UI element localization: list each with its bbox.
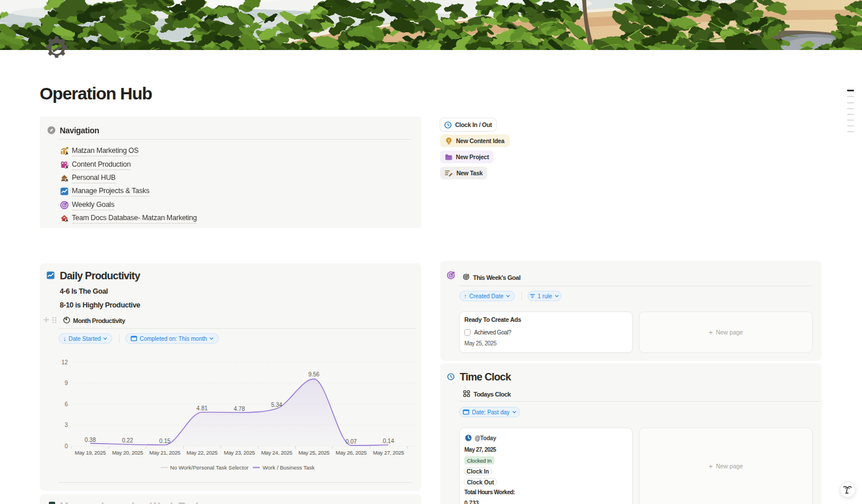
svg-text:May 25, 2025: May 25, 2025 [298, 449, 329, 456]
svg-text:0.14: 0.14 [383, 438, 394, 444]
svg-text:May 24, 2025: May 24, 2025 [261, 449, 292, 456]
svg-text:May 19, 2025: May 19, 2025 [75, 449, 106, 456]
svg-text:5.34: 5.34 [271, 402, 283, 408]
svg-text:May 23, 2025: May 23, 2025 [224, 449, 255, 456]
svg-text:3: 3 [64, 422, 68, 428]
svg-text:6: 6 [64, 401, 68, 407]
svg-text:9: 9 [64, 380, 68, 386]
svg-text:Work / Business Task: Work / Business Task [263, 464, 315, 471]
svg-text:0: 0 [64, 443, 68, 449]
svg-text:May 27, 2025: May 27, 2025 [373, 449, 404, 456]
svg-text:May 26, 2025: May 26, 2025 [336, 449, 367, 456]
svg-text:0.15: 0.15 [159, 438, 171, 444]
svg-text:No Work/Personal Task Selector: No Work/Personal Task Selector [170, 464, 248, 471]
svg-text:May 21, 2025: May 21, 2025 [149, 449, 180, 456]
svg-text:May 20, 2025: May 20, 2025 [112, 449, 143, 456]
svg-text:4.81: 4.81 [197, 405, 208, 411]
svg-text:0.07: 0.07 [345, 438, 357, 445]
svg-text:4.78: 4.78 [234, 406, 245, 412]
svg-text:0.22: 0.22 [122, 437, 133, 444]
svg-text:0.38: 0.38 [84, 437, 96, 443]
svg-text:12: 12 [61, 359, 68, 366]
svg-text:May 22, 2025: May 22, 2025 [187, 449, 218, 456]
svg-text:9.56: 9.56 [308, 371, 320, 378]
